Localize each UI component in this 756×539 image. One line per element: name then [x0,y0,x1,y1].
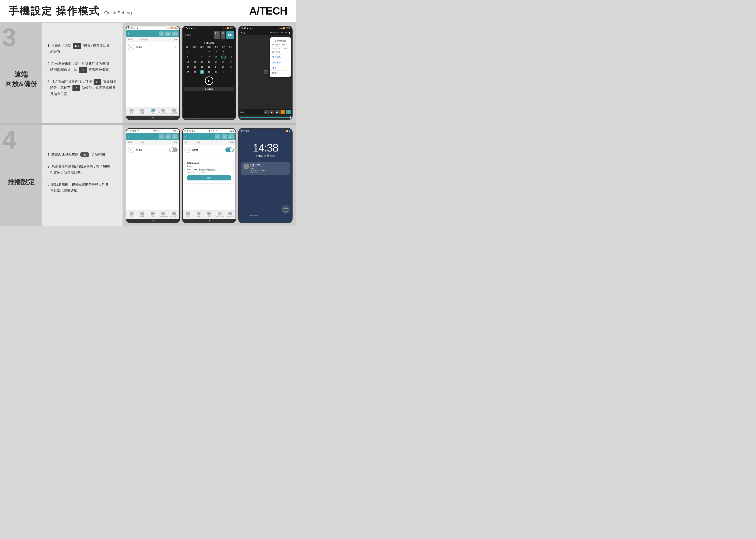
status-bar-3: 17:49 ▲ ▲ • ◎⊙📶 99% [239,27,292,30]
section-3-phone-1: 17:49 ▲ ▲ ◎⊙ 📶 99% ≡ ≡ □ ▷ [126,26,180,120]
avtech-logo: A/TECH [249,5,287,17]
push-app-header-2: ≡ ≡ □ ▷ [183,133,236,140]
back-bar-3: ◀ 返回 2019/05/16 17:57:44 ⏸ [239,30,292,35]
section-4-phone-2: 中華電信 令 下午6:14 92% ≡ ≡ □ ▷ [182,128,237,223]
section-4-name: 推播設定 [8,177,34,187]
push-device-row-1[interactable]: ◎ home [126,145,179,155]
instruction-4-3: 3. 開啟通知後，在發生警戒事件時，即會 主動出現警戒通知。 [47,182,117,194]
section-4-phone-1: 中華電信 令 下午6:11 93% ≡ ≡ □ ▷ [126,128,180,223]
nav-add-1[interactable]: + 新增 [126,108,137,115]
list-icon-box[interactable]: ≡ [159,32,164,36]
push-nav-add-2[interactable]: + 新增 [183,211,193,218]
ch-badge: CH [226,31,234,39]
status-bar-1: 17:49 ▲ ▲ ◎⊙ 📶 99% [126,27,179,30]
nav-push-msg-1[interactable]: ✉ Push訊息 [169,108,179,115]
share-menu: 區出時間範圍 2019/05/16 17:57:39 2019/05/16 17… [270,38,291,77]
section-4-phone-3: 中華電信 📶 ■ 14:38 5月30日 星期四 [238,128,293,223]
push-nav-msg-1[interactable]: ✉ Push 訊息 [169,211,179,218]
sub-title: Quick Setting [104,10,132,16]
app-icon [243,164,248,169]
page-header: 手機設定 操作模式 Quick Setting A/TECH [0,0,296,23]
push-device-row-2[interactable]: ◎ home [183,145,236,155]
ctrl-share[interactable]: ↗ [286,110,291,114]
column-header-1: 類型 裝置資訊 警戒 [126,38,179,42]
calendar-grid: 週一 週二 週三 週四 週五 週六 週日 29 30 1 2 3 [184,45,234,74]
playback-icon: ▶≡ [73,43,81,49]
section-4-instructions: 1. 主畫面通訊錄右側 ◉ 切換開關。 2. 系統會提醒通知已開啟/關閉，按「關… [42,125,122,226]
ctrl-prev[interactable]: ⏮ [264,110,269,114]
share-cancel[interactable]: 取消 [270,71,291,76]
main-content: 3 遠端 回放&備份 1. 主畫面下方點 ▶≡ (播放) 選擇要回放 的裝置。 … [0,23,296,226]
share-album[interactable]: 相簿 [270,65,291,71]
push-bottom-nav-2: + 新增 ✎ 編輯 ▶≡ 播放 📡 Push [183,210,236,219]
section-4-number: 4 [2,127,16,152]
playback-controls: CH1 ⏮ ▶ ⏭ ✂ ↗ [239,109,292,115]
section-3-phone-3: 17:49 ▲ ▲ • ◎⊙📶 99% ◀ 返回 2019/05/16 17:5… [238,26,293,120]
push-nav-playback-1[interactable]: ▶≡ 播放 [147,211,158,218]
section-4-row: 4 推播設定 1. 主畫面通訊錄右側 ◉ 切換開關。 2. 系統會提醒通知已開啟… [0,125,296,226]
section-4-label: 4 推播設定 [0,125,42,226]
slide-bar[interactable]: ▷ 滑動以解鎖 [246,216,285,216]
nav-playback-1[interactable]: ▶≡ 播放 [147,108,158,115]
status-bar-2: 17:49 ▲ ▲ • ◎⊙📶 99% [183,27,236,30]
ctrl-next[interactable]: ⏭ [275,110,280,114]
section-3-instructions: 1. 主畫面下方點 ▶≡ (播放) 選擇要回放 的裝置。 2. 跳出日曆畫面，從… [42,23,122,123]
app-header-1: ≡ ≡ □ ▷ [126,30,179,38]
section-3-row: 3 遠端 回放&備份 1. 主畫面下方點 ▶≡ (播放) 選擇要回放 的裝置。 … [0,23,296,124]
toggle-switch-2[interactable] [225,147,234,152]
playback-timeline [239,115,292,119]
push-nav-edit-2[interactable]: ✎ 編輯 [193,211,204,218]
play-icon: ▷ [79,67,87,73]
camera-icon: 📷 [281,205,290,214]
ctrl-play[interactable]: ▶ [270,110,274,114]
lock-date: 5月30日 星期四 [256,154,275,158]
calendar-play-btn[interactable]: ▶ [205,76,213,85]
push-app-header-1: ≡ ≡ □ ▷ [126,133,179,140]
timeline-bar [183,118,236,119]
lock-status-bar: 中華電信 📶 ■ [239,129,292,133]
section-3-phone-2: 17:49 ▲ ▲ • ◎⊙📶 99% ◀ 返回 ▶≡ □ CH [182,26,237,120]
main-title: 手機設定 操作模式 [8,4,100,18]
nav-push-status-1[interactable]: 📡 Push Status [158,108,169,115]
header-left: 手機設定 操作模式 Quick Setting [8,4,132,18]
push-status-bar-1: 中華電信 令 下午6:11 93% [126,129,179,133]
push-nav-playback-2[interactable]: ▶≡ 播放 [204,211,214,218]
scissors-icon: ✂ [94,79,101,85]
instruction-3-2: 2. 跳出日曆畫面，從中點選要回放的日期、 時間與頻道後，按 ▷ 觀看回放畫面。 [47,61,117,73]
section-3-number: 3 [2,25,16,50]
back-bar-2: ◀ 返回 ▶≡ □ CH [183,30,236,40]
section-3-screens: 17:49 ▲ ▲ ◎⊙ 📶 99% ≡ ≡ □ ▷ [122,23,296,123]
section-3-label: 3 遠端 回放&備份 [0,23,42,123]
push-nav-msg-2[interactable]: ✉ Push 訊息 [225,211,236,218]
lock-time: 14:38 [253,141,278,154]
calendar-time: 17:08:06 [184,87,234,91]
device-icon-1: ◎ [128,44,134,50]
push-nav-edit-1[interactable]: ✎ 編輯 [137,211,147,218]
share-icon: ↗ [72,85,80,91]
instruction-3-1: 1. 主畫面下方點 ▶≡ (播放) 選擇要回放 的裝置。 [47,43,117,55]
playback-video: 🎬 區出時間範圍 2019/05/16 17:57:39 2019/05/16 … [239,35,292,109]
lock-screen: 14:38 5月30日 星期四 EagleEyes now home CH4 [239,133,292,222]
calendar-area: + 2019/05 週一 週二 週三 週四 週五 週六 週日 29 [183,40,236,118]
notification-popup: EagleEyes home Push Video 主動影像通知開啟 2019-… [185,159,234,183]
share-email[interactable]: 電子郵件 [270,55,291,60]
instruction-3-3: 2. 進入遠端回放畫面後，可按 ✂ 選取所需 時段，再按下 ↗ 做備份，並選擇解… [47,79,117,97]
instruction-4-2: 2. 系統會提醒通知已開啟/關閉，按「關閉」 以確認更新警戒狀態。 [47,164,117,176]
notification-close-btn[interactable]: 關閉 [187,175,231,181]
nav-edit-1[interactable]: ✎ 編輯 [137,108,147,115]
toggle-icon: ◉ [80,152,89,157]
push-bottom-nav-1: + 新增 ✎ 編輯 ▶≡ 播放 📡 Push [126,210,179,219]
instruction-4-1: 1. 主畫面通訊錄右側 ◉ 切換開關。 [47,151,117,158]
section-4-screens: 中華電信 令 下午6:11 93% ≡ ≡ □ ▷ [122,125,296,226]
push-status-bar-2: 中華電信 令 下午6:14 92% [183,129,236,133]
push-nav-status-1[interactable]: 📡 Push Status [158,211,169,218]
push-nav-add-1[interactable]: + 新增 [126,211,137,218]
ctrl-scissors[interactable]: ✂ [281,110,285,114]
toggle-switch-1[interactable] [169,147,178,152]
section-3-name: 遠端 回放&備份 [5,70,37,89]
bottom-nav-1: + 新增 ✎ 編輯 ▶≡ 播放 📡 Push [126,107,179,116]
lock-notification: EagleEyes now home CH4 2016-06-29 14:39:… [241,162,290,175]
share-other-app[interactable]: 其他 App [270,60,291,65]
device-row-1[interactable]: ◎ home ⊙ [126,42,179,52]
push-nav-status-2[interactable]: 📡 Push Status [214,211,225,218]
